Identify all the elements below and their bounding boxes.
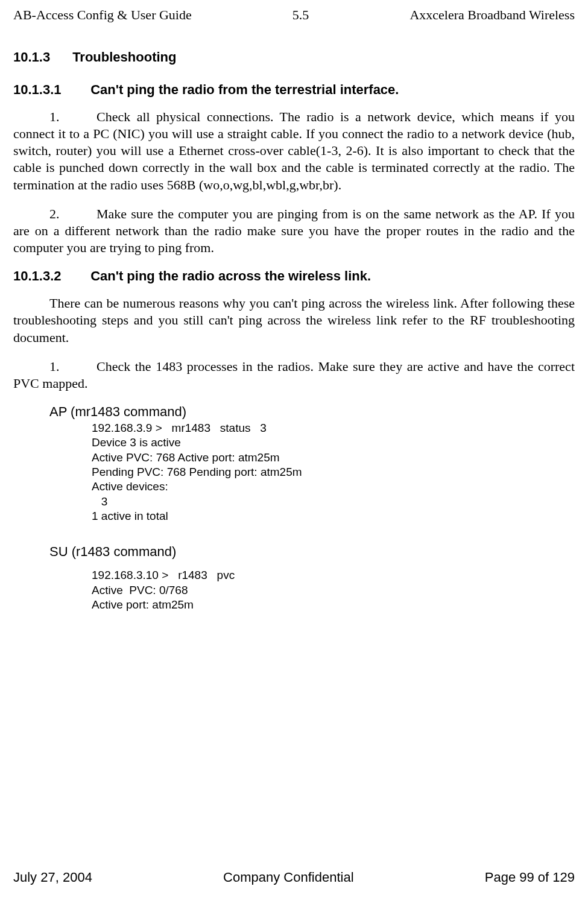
page-header: AB-Access Config & User Guide 5.5 Axxcel… <box>13 7 575 23</box>
ap-command-output: 192.168.3.9 > mr1483 status 3 Device 3 i… <box>92 421 575 523</box>
list-number-2: 2. <box>49 206 96 223</box>
subsection-2-number: 10.1.3.2 <box>13 268 87 284</box>
su-command-label: SU (r1483 command) <box>49 544 575 560</box>
section-number: 10.1.3 <box>13 49 69 65</box>
ap-command-label: AP (mr1483 command) <box>49 404 575 420</box>
footer-page-number: Page 99 of 129 <box>485 870 575 885</box>
paragraph-2: 2.Make sure the computer you are pinging… <box>13 206 575 256</box>
paragraph-1-text: Check all physical connections. The radi… <box>13 109 575 192</box>
paragraph-3: There can be numerous reasons why you ca… <box>13 295 575 346</box>
page-footer: July 27, 2004 Company Confidential Page … <box>13 870 575 885</box>
subsection-2-heading: 10.1.3.2 Can't ping the radio across the… <box>13 268 575 284</box>
section-heading: 10.1.3 Troubleshooting <box>13 49 575 65</box>
list-number-1: 1. <box>49 109 96 125</box>
footer-date: July 27, 2004 <box>13 870 92 885</box>
subsection-2-title: Can't ping the radio across the wireless… <box>90 268 371 283</box>
header-right: Axxcelera Broadband Wireless <box>409 7 575 23</box>
su-command-output: 192.168.3.10 > r1483 pvc Active PVC: 0/7… <box>92 568 575 612</box>
paragraph-4: 1.Check the 1483 processes in the radios… <box>13 358 575 392</box>
subsection-1-heading: 10.1.3.1 Can't ping the radio from the t… <box>13 82 575 98</box>
paragraph-4-text: Check the 1483 processes in the radios. … <box>13 359 575 391</box>
header-left: AB-Access Config & User Guide <box>13 7 192 23</box>
paragraph-2-text: Make sure the computer you are pinging f… <box>13 206 575 255</box>
section-title: Troubleshooting <box>72 49 176 65</box>
header-version: 5.5 <box>292 7 309 23</box>
subsection-1-title: Can't ping the radio from the terrestria… <box>90 82 399 97</box>
footer-confidential: Company Confidential <box>223 870 353 885</box>
subsection-1-number: 10.1.3.1 <box>13 82 87 98</box>
paragraph-1: 1.Check all physical connections. The ra… <box>13 109 575 194</box>
list-number-3: 1. <box>49 358 96 375</box>
